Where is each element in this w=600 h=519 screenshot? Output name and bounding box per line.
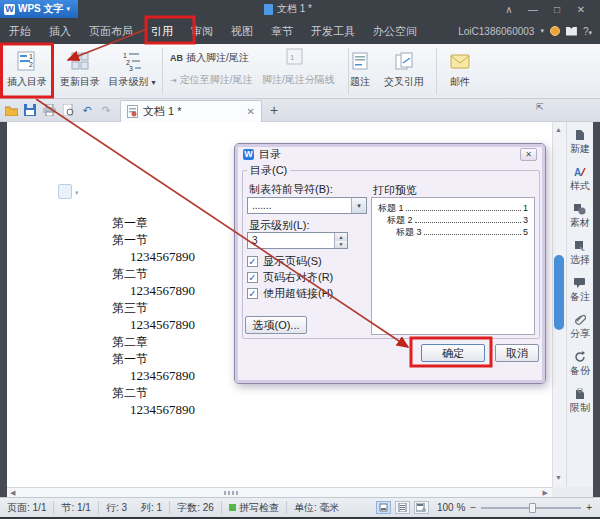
wps-app-button[interactable]: W WPS 文字 ▾: [0, 0, 78, 18]
print-preview-label: 打印预览: [373, 183, 417, 198]
pin-ribbon-icon[interactable]: ⇱: [536, 102, 544, 112]
tab-insert[interactable]: 插入: [40, 19, 80, 44]
tab-home[interactable]: 开始: [0, 19, 40, 44]
close-icon[interactable]: ✕: [569, 4, 593, 15]
sidebar-item-select[interactable]: 选择: [567, 239, 593, 267]
checkbox-check-icon: ✓: [247, 288, 258, 299]
zoom-controls: 100 % − +: [429, 502, 600, 513]
styles-icon: A: [574, 165, 587, 178]
document-tab[interactable]: 文档 1 * ✕: [120, 100, 262, 122]
sidebar-item-new[interactable]: 新建: [567, 128, 593, 156]
new-tab-icon[interactable]: +: [270, 102, 278, 118]
status-words[interactable]: 字数: 26: [170, 501, 222, 514]
help-icon[interactable]: ?▾: [583, 26, 592, 37]
insert-toc-button[interactable]: 12 插入目录: [3, 46, 51, 96]
view-print-layout-icon[interactable]: [376, 501, 391, 514]
svg-text:2: 2: [29, 61, 33, 68]
preview-row: 标题 23: [378, 214, 528, 226]
sidebar-item-styles[interactable]: A 样式: [567, 165, 593, 193]
toc-level-button[interactable]: 123 目录级别 ▾: [106, 46, 158, 96]
redo-icon[interactable]: ↷: [99, 103, 113, 117]
scrollbar-grip[interactable]: [224, 491, 238, 495]
use-hyperlinks-checkbox[interactable]: ✓ 使用超链接(H): [247, 286, 333, 301]
open-icon[interactable]: [4, 103, 18, 117]
wps-dialog-icon: W: [243, 149, 254, 160]
caption-button[interactable]: 题注: [342, 46, 378, 96]
tab-review[interactable]: 审阅: [182, 19, 222, 44]
collapse-ribbon-icon[interactable]: ∧: [497, 4, 521, 15]
tab-developer[interactable]: 开发工具: [302, 19, 364, 44]
status-page[interactable]: 页面: 1/1: [0, 501, 54, 514]
right-align-page-numbers-checkbox[interactable]: ✓ 页码右对齐(R): [247, 270, 333, 285]
combo-dropdown-icon[interactable]: ▾: [351, 198, 366, 213]
tab-references[interactable]: 引用: [142, 19, 182, 44]
sidebar-item-materials[interactable]: 素材: [567, 202, 593, 230]
goto-footnote-icon: ⇥: [170, 76, 177, 85]
toc-level-icon: 123: [120, 49, 144, 73]
footnote-separator-icon: 1: [286, 48, 304, 70]
print-preview-icon[interactable]: [61, 103, 75, 117]
scroll-down-icon[interactable]: ▼: [555, 474, 562, 481]
tab-page-layout[interactable]: 页面布局: [80, 19, 142, 44]
tab-chapter[interactable]: 章节: [262, 19, 302, 44]
zoom-slider-thumb[interactable]: [529, 503, 536, 513]
status-row: 行: 3: [99, 501, 134, 514]
spin-up-icon[interactable]: ▲: [334, 233, 347, 241]
minimize-icon[interactable]: —: [521, 4, 545, 15]
backup-icon: [574, 350, 587, 363]
tab-close-icon[interactable]: ✕: [247, 106, 255, 117]
insert-footnote-button[interactable]: AB 插入脚注/尾注: [170, 50, 249, 66]
status-unit[interactable]: 单位: 毫米: [287, 501, 347, 514]
show-level-spinner[interactable]: 3 ▲ ▼: [247, 232, 348, 249]
app-name: WPS 文字: [18, 2, 64, 16]
scrollbar-thumb[interactable]: [554, 255, 564, 330]
doc-tab-icon: [127, 105, 138, 118]
dialog-titlebar[interactable]: W 目录 ✕: [235, 144, 545, 164]
ribbon-separator: [436, 48, 437, 94]
history-icon[interactable]: [550, 26, 560, 36]
tab-leader-select[interactable]: ....... ▾: [247, 197, 367, 214]
undo-icon[interactable]: ↶: [80, 103, 94, 117]
status-spellcheck[interactable]: 拼写检查: [222, 501, 287, 514]
zoom-slider[interactable]: [481, 507, 581, 509]
footnote-separator-button[interactable]: 脚注/尾注分隔线: [262, 72, 335, 88]
tab-workspace[interactable]: 办公空间: [364, 19, 426, 44]
scroll-left-icon[interactable]: ◀: [6, 489, 19, 497]
zoom-in-icon[interactable]: +: [586, 502, 592, 513]
horizontal-scrollbar[interactable]: ◀ ▶: [6, 487, 552, 497]
groupbox-label: 目录(C): [247, 163, 290, 178]
save-icon[interactable]: [23, 103, 37, 117]
options-button[interactable]: 选项(O)...: [245, 316, 307, 334]
sidebar-item-restrict[interactable]: 限制: [567, 387, 593, 415]
wps-logo-icon: W: [4, 4, 15, 15]
statusbar: 页面: 1/1 节: 1/1 行: 3 列: 1 字数: 26 拼写检查 单位:…: [0, 497, 600, 517]
zoom-out-icon[interactable]: −: [470, 502, 476, 513]
spin-down-icon[interactable]: ▼: [334, 241, 347, 249]
sidebar-item-comments[interactable]: 备注: [567, 276, 593, 304]
cross-reference-button[interactable]: 交叉引用: [378, 46, 430, 96]
dialog-close-icon[interactable]: ✕: [520, 148, 537, 161]
sidebar-item-backup[interactable]: 备份: [567, 350, 593, 378]
maximize-icon[interactable]: □: [545, 4, 569, 15]
view-web-layout-icon[interactable]: [414, 501, 429, 514]
account-name[interactable]: LoiC1386060003: [458, 26, 534, 37]
view-fullscreen-icon[interactable]: [395, 501, 410, 514]
skin-icon[interactable]: [566, 27, 577, 36]
ok-button[interactable]: 确定: [421, 344, 485, 362]
sidebar-item-share[interactable]: 分享: [567, 313, 593, 341]
show-page-numbers-checkbox[interactable]: ✓ 显示页码(S): [247, 254, 322, 269]
mail-button[interactable]: 邮件: [442, 46, 478, 96]
scroll-up-icon[interactable]: ▲: [555, 126, 562, 133]
goto-footnote-button[interactable]: ⇥ 定位至脚注/尾注: [170, 72, 252, 88]
print-icon[interactable]: [42, 103, 56, 117]
chevron-down-icon: ▾: [540, 27, 544, 35]
tab-view[interactable]: 视图: [222, 19, 262, 44]
paste-options-dropdown-icon[interactable]: ▾: [75, 189, 79, 197]
scroll-right-icon[interactable]: ▶: [539, 489, 552, 497]
update-toc-button[interactable]: 更新目录: [56, 46, 104, 96]
status-section[interactable]: 节: 1/1: [54, 501, 98, 514]
paste-options-icon[interactable]: [58, 184, 72, 199]
cancel-button[interactable]: 取消: [495, 344, 539, 362]
print-preview-panel: 标题 11 标题 23 标题 35: [371, 197, 535, 335]
account-area: LoiC1386060003 ▾ ?▾: [458, 26, 600, 37]
